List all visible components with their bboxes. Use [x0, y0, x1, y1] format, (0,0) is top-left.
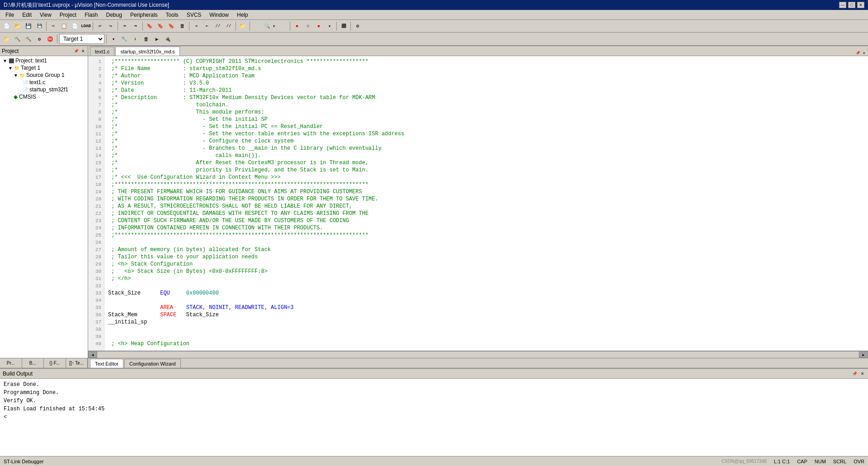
horizontal-scrollbar[interactable]: ◀ ▶ [88, 351, 868, 358]
tab-startup[interactable]: startup_stm32f10x_md.s [115, 47, 179, 56]
tree-text1c[interactable]: 📄 text1.c [1, 79, 87, 86]
save-all-button[interactable]: 💾 [34, 21, 44, 31]
uncomment-button[interactable]: // [224, 21, 234, 31]
menu-edit[interactable]: Edit [19, 11, 35, 19]
menu-peripherals[interactable]: Peripherals [127, 11, 161, 19]
erase-btn[interactable]: 🗑 [141, 34, 151, 44]
menu-file[interactable]: File [2, 11, 18, 19]
scroll-left-btn[interactable]: ◀ [88, 352, 97, 358]
nav-forward-button[interactable]: ➡ [131, 21, 141, 31]
minimize-button[interactable]: — [839, 2, 846, 8]
cut-button[interactable]: ✂ [48, 21, 58, 31]
tree-target1-label: Target 1 [21, 65, 40, 71]
menu-project[interactable]: Project [56, 11, 80, 19]
tab-startup-label: startup_stm32f10x_md.s [120, 49, 175, 54]
project-btn[interactable]: 📁 [2, 34, 12, 44]
tree-project-root[interactable]: ▼ ⬛ Project: text1 [1, 57, 87, 64]
separator5 [189, 22, 189, 31]
undo-button[interactable]: ↩ [95, 21, 105, 31]
copy-button[interactable]: 📋 [59, 21, 69, 31]
output-window-btn[interactable]: ⬛ [339, 21, 349, 31]
unindent-button[interactable]: ⇤ [202, 21, 212, 31]
target-options-btn[interactable]: ▾ [108, 34, 118, 44]
tree-startup-label: startup_stm32f1 [29, 86, 68, 93]
project-panel-header: Project 📌 ✕ [0, 46, 88, 56]
open-document-button[interactable]: 📁 [238, 21, 248, 31]
build-line-flash: Flash Load finished at 15:54:45 [4, 405, 864, 413]
next-bookmark-button[interactable]: 🔖 [166, 21, 176, 31]
tab-project[interactable]: Pr... [0, 358, 22, 368]
menu-window[interactable]: Window [206, 11, 232, 19]
indent-button[interactable]: ⇥ [191, 21, 201, 31]
paste-button[interactable]: 📄 [70, 21, 80, 31]
redo-button[interactable]: ↪ [106, 21, 116, 31]
nav-back-button[interactable]: ⬅ [120, 21, 130, 31]
tree-cmsis[interactable]: ◆ CMSIS [1, 93, 87, 100]
bookmark-button[interactable]: 🔖 [145, 21, 155, 31]
title-bar: D:\单片机项目\text1.uvprojx - µVision [Non-Co… [0, 0, 868, 10]
tab-templates[interactable]: []↑ Te... [66, 358, 88, 368]
editor-bottom-tabs: Text Editor Configuration Wizard [88, 358, 868, 368]
editor-controls: 📌 ✕ [854, 51, 866, 56]
menu-flash[interactable]: Flash [81, 11, 101, 19]
menu-tools[interactable]: Tools [162, 11, 182, 19]
save-button[interactable]: 💾 [24, 21, 33, 31]
open-file-button[interactable]: 📂 [13, 21, 23, 31]
tab-functions[interactable]: {} F... [44, 358, 66, 368]
clear-bookmarks-button[interactable]: 🗑 [177, 21, 187, 31]
separator7 [250, 22, 250, 31]
menu-svcs[interactable]: SVCS [183, 11, 205, 19]
build-panel-close[interactable]: ✕ [860, 371, 865, 376]
build-btn[interactable]: 🔨 [13, 34, 23, 44]
cmsis-icon: ◆ [14, 94, 18, 100]
stop-button[interactable]: ○ [303, 21, 313, 31]
translate-btn[interactable]: ⚙ [34, 34, 44, 44]
menu-help[interactable]: Help [233, 11, 252, 19]
build-output-header: Build Output 📌 ✕ [0, 369, 868, 379]
panel-close-button[interactable]: ✕ [80, 49, 86, 53]
code-content[interactable]: ;******************** (C) COPYRIGHT 2011… [104, 56, 868, 351]
editor-close-btn[interactable]: ✕ [862, 51, 866, 56]
tree-target1[interactable]: ▼ 📁 Target 1 [1, 64, 87, 71]
search-dropdown[interactable]: 🔍 ▾ [252, 21, 288, 31]
menu-debug[interactable]: Debug [103, 11, 126, 19]
c-file-icon: 📄 [23, 80, 28, 85]
target-select[interactable]: Target 1 [59, 34, 104, 44]
debug-start-btn[interactable]: ▶ [152, 34, 162, 44]
build-all-btn[interactable]: 🔨 [24, 34, 33, 44]
tree-source-group1[interactable]: ▼ 📁 Source Group 1 [1, 71, 87, 79]
manage-btn[interactable]: 🔧 [119, 34, 129, 44]
status-num: NUM [815, 459, 826, 464]
tab-text1c[interactable]: text1.c [90, 47, 114, 56]
status-debugger: ST-Link Debugger [4, 459, 44, 464]
ext-tool-btn[interactable]: 🔌 [163, 34, 173, 44]
prev-bookmark-button[interactable]: 🔖 [156, 21, 165, 31]
maximize-button[interactable]: □ [848, 2, 855, 8]
tree-startup-file[interactable]: 📄 startup_stm32f1 [1, 86, 87, 93]
menu-view[interactable]: View [36, 11, 55, 19]
build-output-panel: Build Output 📌 ✕ Erase Done. Programming… [0, 368, 868, 456]
panel-pin-button[interactable]: 📌 [73, 49, 80, 53]
debug-settings[interactable]: ▾ [325, 21, 335, 31]
load-button[interactable]: LOAD [81, 21, 91, 31]
debug-button[interactable]: ● [314, 21, 324, 31]
status-scrl: SCRL [833, 459, 846, 464]
menu-bar: File Edit View Project Flash Debug Perip… [0, 10, 868, 20]
comment-button[interactable]: // [213, 21, 223, 31]
close-button[interactable]: ✕ [857, 2, 864, 8]
new-file-button[interactable]: 📄 [2, 21, 12, 31]
bottom-tab-config-wizard[interactable]: Configuration Wizard [124, 359, 181, 368]
settings-button[interactable]: ⚙ [353, 21, 363, 31]
run-button[interactable]: ● [292, 21, 302, 31]
tab-books[interactable]: B... [22, 358, 44, 368]
stop-build-btn[interactable]: ⛔ [45, 34, 55, 44]
scroll-right-btn[interactable]: ▶ [859, 352, 868, 358]
editor-pin-btn[interactable]: 📌 [854, 51, 861, 56]
download-btn[interactable]: ⬇ [130, 34, 140, 44]
separator3 [118, 22, 118, 31]
bottom-tab-text-editor[interactable]: Text Editor [90, 359, 123, 368]
tree-cmsis-label: CMSIS [19, 94, 36, 100]
build-panel-pin[interactable]: 📌 [851, 371, 858, 376]
tab-text1c-label: text1.c [95, 49, 109, 54]
app-title: D:\单片机项目\text1.uvprojx - µVision [Non-Co… [4, 1, 169, 9]
